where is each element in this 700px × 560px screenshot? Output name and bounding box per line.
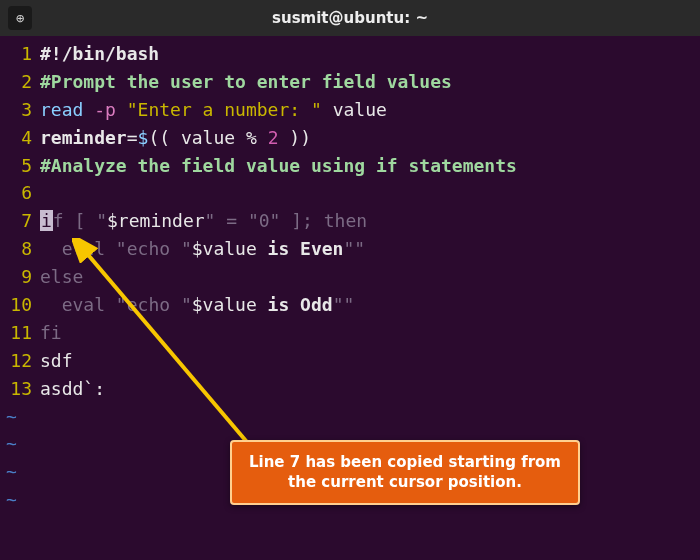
- code-content: else: [40, 263, 700, 291]
- callout-line2: the current cursor position.: [288, 473, 522, 491]
- code-content: eval "echo "$value is Odd"": [40, 291, 700, 319]
- line-number: 6: [0, 179, 40, 207]
- code-content: [40, 179, 700, 207]
- code-content: read -p "Enter a number: " value: [40, 96, 700, 124]
- code-content: fi: [40, 319, 700, 347]
- plus-icon: ⊕: [16, 10, 24, 26]
- line-number: 1: [0, 40, 40, 68]
- code-line: 6: [0, 179, 700, 207]
- code-line: 12sdf: [0, 347, 700, 375]
- code-line: 13asdd`:: [0, 375, 700, 403]
- line-number: 5: [0, 152, 40, 180]
- line-number: 7: [0, 207, 40, 235]
- code-content: reminder=$(( value % 2 )): [40, 124, 700, 152]
- line-number: 9: [0, 263, 40, 291]
- code-line: 9else: [0, 263, 700, 291]
- code-line: 4reminder=$(( value % 2 )): [0, 124, 700, 152]
- line-number: 8: [0, 235, 40, 263]
- line-number: 4: [0, 124, 40, 152]
- code-line: 3read -p "Enter a number: " value: [0, 96, 700, 124]
- code-content: #!/bin/bash: [40, 40, 700, 68]
- code-content: asdd`:: [40, 375, 700, 403]
- annotation-callout: Line 7 has been copied starting from the…: [230, 440, 580, 505]
- line-number: 3: [0, 96, 40, 124]
- line-number: 13: [0, 375, 40, 403]
- line-number: 12: [0, 347, 40, 375]
- code-line: 10 eval "echo "$value is Odd"": [0, 291, 700, 319]
- code-line: 11fi: [0, 319, 700, 347]
- code-line: 1#!/bin/bash: [0, 40, 700, 68]
- callout-line1: Line 7 has been copied starting from: [249, 453, 561, 471]
- titlebar: ⊕ susmit@ubuntu: ~: [0, 0, 700, 36]
- line-number: 10: [0, 291, 40, 319]
- line-number: 11: [0, 319, 40, 347]
- code-line: 2#Prompt the user to enter field values: [0, 68, 700, 96]
- empty-line-tilde: ~: [0, 403, 700, 431]
- code-line: 7if [ "$reminder" = "0" ]; then: [0, 207, 700, 235]
- code-line: 8 eval "echo "$value is Even"": [0, 235, 700, 263]
- code-content: if [ "$reminder" = "0" ]; then: [40, 207, 700, 235]
- code-content: #Analyze the field value using if statem…: [40, 152, 700, 180]
- code-content: eval "echo "$value is Even"": [40, 235, 700, 263]
- code-content: sdf: [40, 347, 700, 375]
- code-line: 5#Analyze the field value using if state…: [0, 152, 700, 180]
- line-number: 2: [0, 68, 40, 96]
- new-tab-button[interactable]: ⊕: [8, 6, 32, 30]
- code-content: #Prompt the user to enter field values: [40, 68, 700, 96]
- window-title: susmit@ubuntu: ~: [272, 9, 428, 27]
